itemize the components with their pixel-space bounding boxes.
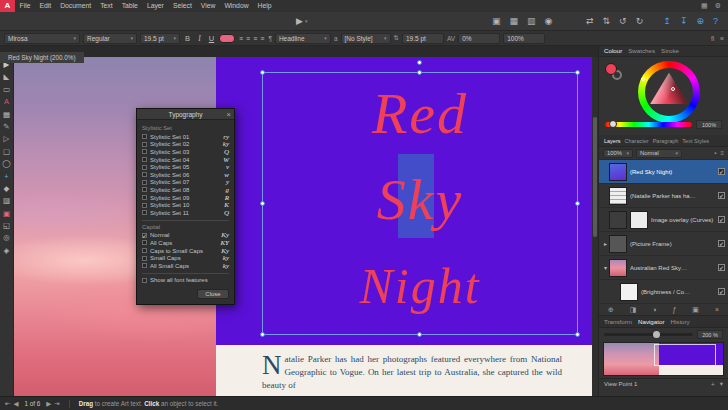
stylistic-set-option[interactable]: Stylistic Set 04 W xyxy=(142,156,229,164)
checkbox[interactable] xyxy=(142,256,147,261)
panel-tab[interactable]: Transform xyxy=(604,318,632,325)
layer-visibility-checkbox[interactable]: ✓ xyxy=(718,216,725,223)
colour-wheel[interactable] xyxy=(638,61,700,123)
bold-button[interactable]: B xyxy=(183,33,192,44)
stylistic-set-option[interactable]: Stylistic Set 08 g xyxy=(142,186,229,194)
checkbox[interactable] xyxy=(142,134,147,139)
rotate-ccw-icon[interactable]: ↺ xyxy=(619,12,627,30)
colour-selector-dot[interactable] xyxy=(671,87,675,91)
checkbox[interactable] xyxy=(142,263,147,268)
layer-visibility-checkbox[interactable]: ✓ xyxy=(718,192,725,199)
document-tab[interactable]: Red Sky Night (200.0%) xyxy=(0,52,84,63)
capital-option[interactable]: All Caps KY xyxy=(142,239,229,247)
show-all-font-features-option[interactable]: Show all font features xyxy=(142,277,229,285)
layer-visibility-checkbox[interactable]: ✓ xyxy=(718,288,725,295)
layer-row[interactable]: ▸ (Picture Frame) ✓ xyxy=(599,232,728,256)
checkbox[interactable] xyxy=(142,180,147,185)
ellipse-tool[interactable]: ◯ xyxy=(2,159,10,168)
pen-tool[interactable]: ✎ xyxy=(3,122,9,131)
text-colour-swatch[interactable] xyxy=(219,34,235,43)
layer-mask-thumbnail[interactable] xyxy=(630,211,648,229)
layer-row[interactable]: (Red Sky Night) ✓ xyxy=(599,160,728,184)
rectangle-tool[interactable]: ▢ xyxy=(3,147,10,156)
menu-item[interactable]: View xyxy=(196,0,220,12)
checkbox[interactable] xyxy=(142,165,147,170)
capital-option[interactable]: Small Caps ky xyxy=(142,254,229,262)
checkbox[interactable] xyxy=(142,248,147,253)
checkbox[interactable] xyxy=(142,278,147,283)
more-options-icon[interactable]: ≡ xyxy=(720,35,724,42)
menu-item[interactable]: Text xyxy=(96,0,117,12)
opacity-slider[interactable] xyxy=(605,122,692,127)
font-size-field[interactable]: 19.5 pt▾ xyxy=(140,33,180,44)
layer-thumbnail[interactable] xyxy=(609,163,627,181)
place-image-tool[interactable]: ▣ xyxy=(3,209,10,218)
checkbox[interactable] xyxy=(142,142,147,147)
artistic-text-tool[interactable]: A xyxy=(4,97,9,106)
add-mask-icon[interactable]: ◨ xyxy=(630,306,637,314)
underline-button[interactable]: U xyxy=(207,33,216,44)
panel-tab[interactable]: Stroke xyxy=(661,47,679,54)
font-style-combo[interactable]: Regular▾ xyxy=(83,33,137,44)
blend-mode-combo[interactable]: Normal▾ xyxy=(636,149,682,158)
layer-visibility-checkbox[interactable]: ✓ xyxy=(718,264,725,271)
zoom-value-field[interactable]: 200 % xyxy=(697,330,723,339)
layer-visibility-checkbox[interactable]: ✓ xyxy=(718,168,725,175)
add-layer-icon[interactable]: ⊕ xyxy=(608,306,614,314)
stylistic-set-option[interactable]: Stylistic Set 06 w xyxy=(142,171,229,179)
guides-icon[interactable]: ▥ xyxy=(527,12,536,30)
italic-button[interactable]: I xyxy=(195,33,204,44)
scale-field[interactable]: 100% xyxy=(503,33,545,44)
align-left-icon[interactable]: ≡ xyxy=(238,35,244,42)
capital-option[interactable]: All Small Caps ky xyxy=(142,262,229,270)
align-right-icon[interactable]: ≡ xyxy=(252,35,258,42)
align-center-icon[interactable]: ≡ xyxy=(245,35,251,42)
opacity-value-field[interactable]: 100% xyxy=(696,120,722,129)
insert-target-icon[interactable]: ⊕ xyxy=(696,12,704,30)
menu-item[interactable]: Select xyxy=(168,0,196,12)
fill-colour-selector[interactable] xyxy=(605,63,617,75)
first-page-icon[interactable]: ⇤ xyxy=(5,400,10,408)
hue-selector-dot[interactable] xyxy=(641,77,645,81)
help-icon[interactable]: ? xyxy=(713,12,718,30)
panel-tab[interactable]: Swatches xyxy=(628,47,655,54)
menu-item[interactable]: Help xyxy=(253,0,276,12)
rotate-cw-icon[interactable]: ↻ xyxy=(636,12,644,30)
next-page-icon[interactable]: ▶ xyxy=(46,400,51,408)
stylistic-set-option[interactable]: Stylistic Set 01 ry xyxy=(142,133,229,141)
layer-thumbnail[interactable] xyxy=(609,235,627,253)
paragraph-style-combo[interactable]: Headline▾ xyxy=(275,33,331,44)
rotation-handle[interactable] xyxy=(417,60,422,65)
layer-opacity-combo[interactable]: 100%▾ xyxy=(603,149,633,158)
selection-handle[interactable] xyxy=(575,70,580,75)
flip-vertical-icon[interactable]: ⇅ xyxy=(603,12,611,30)
last-page-icon[interactable]: ⇥ xyxy=(54,400,59,408)
viewport-rectangle[interactable] xyxy=(654,344,716,366)
app-logo-icon[interactable]: A xyxy=(0,0,15,12)
menu-item[interactable]: Edit xyxy=(35,0,56,12)
menu-item[interactable]: File xyxy=(15,0,35,12)
node-tool[interactable]: ▷ xyxy=(4,134,10,143)
settings-gear-icon[interactable]: ⚙ xyxy=(715,0,721,12)
selection-handle[interactable] xyxy=(575,201,580,206)
panel-tab[interactable]: Text Styles xyxy=(682,138,709,144)
chevron-down-icon[interactable]: ▾ xyxy=(305,18,308,24)
checkbox[interactable] xyxy=(142,172,147,177)
close-button[interactable]: Close xyxy=(197,289,229,299)
layer-thumbnail[interactable] xyxy=(620,283,638,301)
stylistic-set-option[interactable]: Stylistic Set 10 K xyxy=(142,201,229,209)
selection-handle[interactable] xyxy=(260,70,265,75)
layer-effects-icon[interactable]: ƒ xyxy=(673,306,677,313)
layer-thumbnail[interactable] xyxy=(609,187,627,205)
layer-row[interactable]: (Natalie Parker has ha… ✓ xyxy=(599,184,728,208)
checkbox[interactable] xyxy=(142,187,147,192)
body-text-frame[interactable]: Natalie Parker has had her photographs f… xyxy=(262,353,562,392)
fill-tool[interactable]: ◆ xyxy=(4,184,10,193)
menu-item[interactable]: Layer xyxy=(142,0,168,12)
navigator-preview[interactable] xyxy=(603,342,724,376)
capital-option[interactable]: Normal Ky xyxy=(142,232,229,240)
table-tool[interactable]: ▦ xyxy=(3,110,10,119)
vector-crop-tool[interactable]: ◱ xyxy=(3,221,10,230)
stylistic-set-option[interactable]: Stylistic Set 03 Q xyxy=(142,148,229,156)
menu-item[interactable]: Window xyxy=(220,0,253,12)
